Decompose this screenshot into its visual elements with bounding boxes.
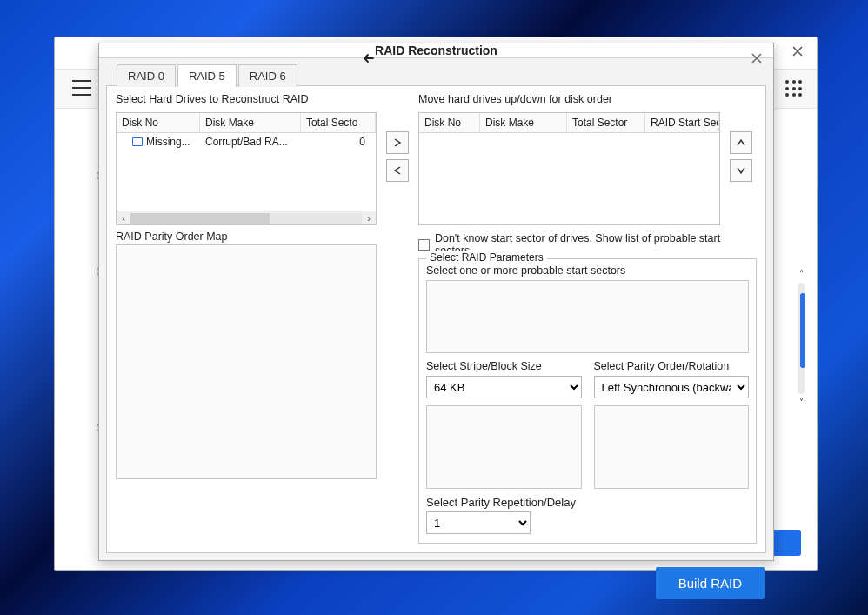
move-down-button[interactable]: [730, 159, 752, 182]
source-drives-table[interactable]: Disk No Disk Make Total Secto Missing...…: [116, 112, 377, 225]
apps-grid-icon[interactable]: [785, 80, 803, 97]
dialog-title: RAID Reconstruction: [375, 43, 497, 57]
unknown-start-sector-checkbox[interactable]: [418, 239, 430, 251]
tab-raid5[interactable]: RAID 5: [177, 64, 237, 87]
dialog-titlebar: RAID Reconstruction: [99, 43, 773, 58]
tab-panel: Select Hard Drives to Reconstruct RAID M…: [106, 85, 766, 553]
raid-parameters-legend: Select RAID Parameters: [426, 251, 547, 264]
col-total-sector[interactable]: Total Secto: [301, 113, 376, 132]
col2-total-sector[interactable]: Total Sector: [567, 113, 645, 132]
add-drive-button[interactable]: [386, 131, 409, 154]
probable-sectors-list[interactable]: [426, 280, 749, 353]
tab-raid0[interactable]: RAID 0: [117, 64, 176, 87]
scroll-up-icon[interactable]: ˄: [796, 269, 806, 278]
raid-parameters-section: Don't know start sector of drives. Show …: [418, 231, 757, 544]
dialog-footer: Build RAID: [99, 560, 773, 606]
move-up-button[interactable]: [730, 131, 752, 154]
raid-tabs: RAID 0 RAID 5 RAID 6: [117, 64, 766, 86]
col-disk-make[interactable]: Disk Make: [200, 113, 301, 132]
hscroll-right-icon[interactable]: ›: [362, 212, 376, 224]
col2-disk-no[interactable]: Disk No: [419, 113, 480, 132]
probable-sectors-label: Select one or more probable start sector…: [426, 264, 749, 277]
raid-parameters-fieldset: Select RAID Parameters Select one or mor…: [418, 258, 757, 544]
remove-drive-button[interactable]: [386, 159, 409, 182]
move-arrows-col: [382, 112, 413, 225]
parity-map-box: [116, 244, 377, 479]
table-row[interactable]: Missing... Corrupt/Bad RA... 0: [117, 133, 376, 150]
hscroll-left-icon[interactable]: ‹: [117, 212, 130, 224]
tab-raid6[interactable]: RAID 6: [238, 64, 297, 87]
disk-icon: [132, 137, 143, 146]
select-drives-label: Select Hard Drives to Reconstruct RAID: [116, 93, 377, 105]
build-raid-button[interactable]: Build RAID: [656, 567, 765, 599]
hamburger-menu-icon[interactable]: [72, 80, 91, 96]
hscroll-thumb[interactable]: [130, 213, 270, 224]
col2-raid-start[interactable]: RAID Start Sector: [645, 113, 719, 132]
col-disk-no[interactable]: Disk No: [117, 113, 200, 132]
stripe-size-select[interactable]: 64 KB: [426, 376, 582, 398]
parity-order-label: Select Parity Order/Rotation: [594, 360, 750, 372]
parity-order-select[interactable]: Left Synchronous (backward: [594, 376, 750, 398]
parity-delay-select[interactable]: 1: [426, 511, 531, 534]
order-arrows-col: [725, 112, 757, 225]
parent-close-icon[interactable]: [789, 43, 806, 60]
dialog-body: RAID 0 RAID 5 RAID 6 Select Hard Drives …: [99, 58, 773, 560]
stripe-options-box: [426, 405, 582, 489]
ordered-drives-table[interactable]: Disk No Disk Make Total Sector RAID Star…: [418, 112, 720, 225]
parity-map-label: RAID Parity Order Map: [116, 231, 377, 243]
parity-delay-label: Select Parity Repetition/Delay: [426, 496, 531, 509]
stripe-size-label: Select Stripe/Block Size: [426, 360, 582, 372]
col2-disk-make[interactable]: Disk Make: [480, 113, 567, 132]
horizontal-scrollbar[interactable]: ‹ ›: [117, 211, 376, 224]
scroll-down-icon[interactable]: ˅: [796, 398, 806, 407]
scroll-thumb[interactable]: [800, 293, 805, 368]
back-icon[interactable]: [358, 51, 374, 65]
parity-map-section: RAID Parity Order Map: [116, 231, 377, 544]
move-drives-label: Move hard drives up/down for disk order: [418, 93, 757, 105]
dialog-close-icon[interactable]: [747, 49, 766, 68]
raid-reconstruction-dialog: RAID Reconstruction RAID 0 RAID 5 RAID 6…: [98, 43, 774, 561]
parity-options-box: [594, 405, 750, 489]
